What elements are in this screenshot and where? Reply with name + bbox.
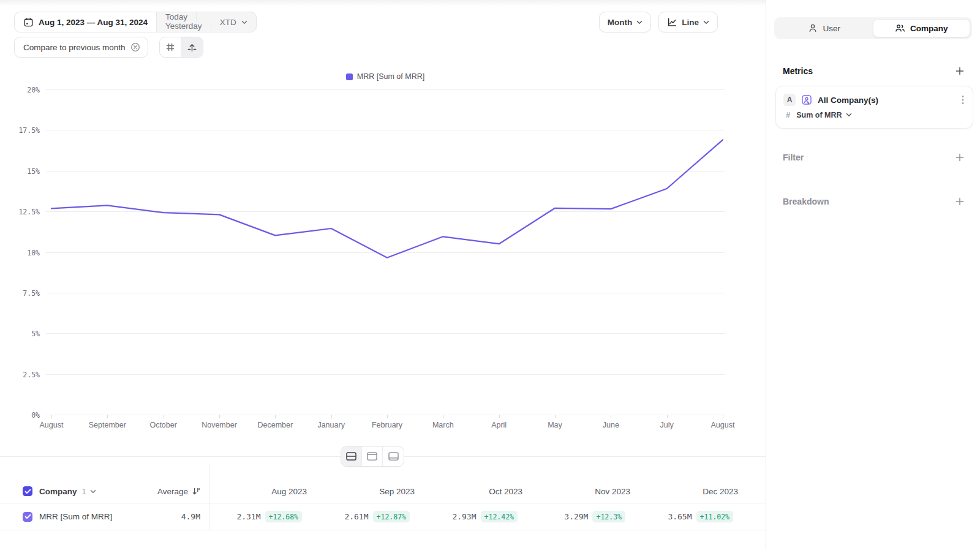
view-split-icon — [345, 451, 357, 461]
x-axis-tick — [611, 415, 611, 418]
series-line — [51, 140, 723, 257]
toggle-company-label: Company — [910, 24, 948, 33]
y-axis-label: 15% — [3, 167, 40, 176]
x-axis-tick — [443, 415, 443, 418]
line-chart[interactable]: 20%17.5%15%12.5%10%7.5%5%2.5%0%AugustSep… — [46, 89, 725, 415]
chevron-down-icon — [90, 489, 96, 494]
preset-7d-button[interactable]: 7D — [157, 31, 185, 32]
cell-value: 2.93M — [452, 512, 476, 521]
row-checkbox[interactable] — [23, 512, 32, 522]
cell-value: 2.61M — [344, 512, 368, 521]
kebab-menu-icon[interactable] — [960, 94, 965, 106]
preset-yesterday-button[interactable]: Yesterday — [157, 21, 211, 31]
filter-title: Filter — [783, 153, 804, 162]
granularity-label: Month — [608, 18, 632, 27]
x-axis-label: August — [686, 421, 760, 429]
top-edge-shadow — [0, 0, 766, 6]
y-axis-label: 17.5% — [3, 126, 40, 135]
month-column-header[interactable]: Aug 2023 — [209, 487, 317, 496]
view-table-only-button[interactable] — [383, 446, 404, 466]
toggle-user[interactable]: User — [776, 19, 873, 37]
preset-today-button[interactable]: Today — [157, 12, 197, 21]
toggle-user-label: User — [823, 24, 840, 33]
group-count: 1 — [82, 487, 86, 496]
legend-swatch — [346, 73, 353, 80]
x-axis-tick — [219, 415, 220, 418]
metrics-section-header: Metrics — [783, 65, 966, 77]
chevron-down-icon — [846, 113, 852, 117]
events-toggle-icon — [187, 42, 197, 53]
compare-chip[interactable]: Compare to previous month — [14, 37, 148, 58]
grid-toggle-button[interactable] — [160, 37, 181, 57]
average-value: 4.9M — [181, 512, 200, 521]
month-value-cell: 2.93M+12.42% — [424, 511, 532, 522]
metric-card[interactable]: A All Company(s) # Sum of MRR — [775, 86, 973, 129]
filter-section-header: Filter — [783, 151, 966, 164]
add-breakdown-button[interactable] — [954, 195, 966, 208]
date-range-button[interactable]: Aug 1, 2023 — Aug 31, 2024 — [15, 12, 157, 32]
x-axis-tick — [555, 415, 556, 418]
delta-badge: +11.02% — [696, 511, 733, 522]
grid-icon — [165, 42, 175, 52]
user-icon — [808, 23, 818, 33]
average-sort-header[interactable]: Average — [157, 487, 209, 496]
x-axis-tick — [723, 415, 723, 418]
x-axis-tick — [331, 415, 332, 418]
y-axis-label: 20% — [3, 86, 40, 94]
view-chart-only-button[interactable] — [362, 446, 383, 466]
x-axis-tick — [51, 415, 52, 418]
chevron-down-icon — [636, 20, 643, 24]
x-axis-tick — [164, 415, 164, 418]
y-axis-label: 10% — [3, 249, 40, 257]
month-column-header[interactable]: Oct 2023 — [424, 487, 532, 496]
events-toggle-button[interactable] — [181, 37, 203, 57]
layout-view-toggle — [341, 446, 404, 467]
select-all-checkbox[interactable] — [23, 486, 32, 496]
view-chart-icon — [366, 451, 378, 461]
month-value-cell: 2.31M+12.68% — [209, 511, 317, 522]
preset-xtd-button[interactable]: XTD — [211, 12, 256, 32]
delta-badge: +12.3% — [592, 511, 625, 522]
month-column-header[interactable]: Nov 2023 — [532, 487, 640, 496]
breakdown-section-header: Breakdown — [783, 195, 966, 208]
x-axis-tick — [275, 415, 276, 418]
entity-toggle: User Company — [774, 17, 972, 39]
measure-dropdown[interactable]: Sum of MRR — [796, 111, 851, 119]
metric-name: All Company(s) — [818, 96, 955, 105]
x-axis-tick — [387, 415, 388, 418]
view-split-button[interactable] — [341, 446, 362, 466]
y-axis-label: 5% — [3, 330, 40, 338]
group-selector[interactable]: Company 1 — [39, 487, 96, 496]
add-filter-button[interactable] — [954, 151, 966, 164]
table-header-row: Company 1 Average Aug 2023Sep 2023Oct 20… — [0, 480, 766, 503]
y-axis-label: 12.5% — [3, 208, 40, 216]
month-value-cell: 2.61M+12.87% — [317, 511, 424, 522]
delta-badge: +12.42% — [481, 511, 518, 522]
chart-legend: MRR [Sum of MRR] — [46, 72, 725, 81]
add-metric-button[interactable] — [954, 65, 966, 77]
chevron-down-icon — [241, 20, 247, 24]
table-row[interactable]: MRR [Sum of MRR] 4.9M 2.31M+12.68%2.61M+… — [0, 503, 766, 530]
sort-icon — [192, 487, 200, 495]
toolbar-secondary: Compare to previous month — [14, 37, 203, 58]
cell-value: 2.31M — [236, 512, 260, 521]
granularity-dropdown[interactable]: Month — [599, 12, 651, 32]
compare-chip-label: Compare to previous month — [23, 43, 126, 52]
toggle-company[interactable]: Company — [873, 19, 971, 37]
month-column-header[interactable]: Dec 2023 — [640, 487, 748, 496]
chart-type-dropdown[interactable]: Line — [658, 12, 718, 32]
analytics-report-page: Aug 1, 2023 — Aug 31, 2024 TodayYesterda… — [0, 0, 980, 550]
x-axis-tick — [499, 415, 500, 418]
x-axis-tick — [667, 415, 668, 418]
toolbar: Aug 1, 2023 — Aug 31, 2024 TodayYesterda… — [14, 12, 753, 32]
close-circle-icon[interactable] — [130, 42, 140, 52]
y-axis-label: 7.5% — [3, 289, 40, 298]
metric-series-badge: A — [783, 94, 796, 106]
measure-label: Sum of MRR — [796, 111, 842, 119]
chevron-down-icon — [703, 20, 709, 24]
view-table-icon — [388, 451, 399, 461]
main-panel: Aug 1, 2023 — Aug 31, 2024 TodayYesterda… — [0, 0, 766, 550]
month-column-header[interactable]: Sep 2023 — [317, 487, 424, 496]
gridline — [46, 415, 725, 415]
chart-line-svg — [46, 89, 725, 415]
